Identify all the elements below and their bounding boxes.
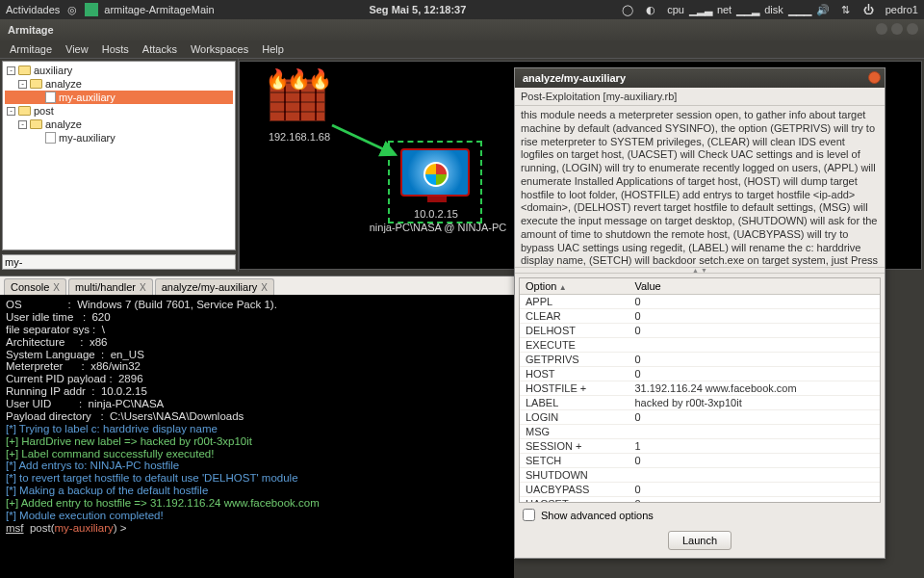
option-value[interactable]: 0 [629,353,880,367]
indicator-icon[interactable]: ◐ [644,3,657,16]
option-row[interactable]: DELHOST0 [520,324,880,338]
app-indicator-icon[interactable]: ◎ [65,3,79,16]
option-name: EXECUTE [520,338,629,353]
armitage-app-icon[interactable] [85,3,98,16]
option-name: LOGIN [520,410,629,425]
activities-button[interactable]: Actividades [6,4,60,15]
show-advanced-checkbox[interactable] [523,509,535,521]
option-value[interactable]: 0 [629,295,880,309]
option-row[interactable]: APPL0 [520,295,880,309]
option-row[interactable]: LOGIN0 [520,410,880,425]
option-row[interactable]: HOST0 [520,367,880,381]
option-value[interactable]: 31.192.116.24 www.facebook.com [629,381,880,396]
tab-close-icon[interactable]: X [140,282,146,293]
dialog-titlebar[interactable]: analyze/my-auxiliary [515,68,885,88]
option-row[interactable]: SHUTDOWN [520,468,880,483]
option-row[interactable]: LABELhacked by r00t-3xp10it [520,396,880,410]
file-icon [45,92,56,103]
tab[interactable]: ConsoleX [4,278,66,295]
option-name: SHUTDOWN [520,468,629,483]
console-output[interactable]: OS : Windows 7 (Build 7601, Service Pack… [0,295,514,578]
window-maximize-button[interactable] [891,23,903,35]
option-name: SETCH [520,454,629,468]
option-value[interactable]: 0 [629,483,880,497]
option-value[interactable] [629,338,880,353]
option-value[interactable]: 0 [629,410,880,425]
option-value[interactable]: 0 [629,454,880,468]
launch-button[interactable]: Launch [668,531,732,550]
cpu-label: cpu [667,4,684,15]
window-close-button[interactable] [907,23,918,35]
window-titlebar[interactable]: Armitage [0,19,924,40]
option-name: LABEL [520,396,629,410]
tree-folder[interactable]: -analyze [5,118,233,131]
option-row[interactable]: SETCH0 [520,454,880,468]
tree-module[interactable]: my-auxiliary [5,91,233,104]
console-line: file separator sys : \ [6,324,508,336]
col-value[interactable]: Value [629,278,880,295]
window-minimize-button[interactable] [876,23,887,35]
option-value[interactable]: hacked by r00t-3xp10it [629,396,880,410]
firewall-host-node[interactable]: 🔥🔥🔥 [259,69,336,125]
option-value[interactable]: 0 [629,367,880,381]
console-prompt[interactable]: msf post(my-auxiliary) > [6,522,508,535]
option-row[interactable]: SESSION +1 [520,439,880,454]
menu-workspaces[interactable]: Workspaces [185,42,254,56]
option-row[interactable]: MSG [520,425,880,439]
menu-attacks[interactable]: Attacks [137,42,183,56]
tab[interactable]: analyze/my-auxiliaryX [155,278,274,295]
svg-line-1 [332,125,390,152]
module-tree[interactable]: -auxiliary-analyzemy-auxiliary-post-anal… [2,61,236,250]
console-line: Architecture : x86 [6,336,508,349]
volume-icon[interactable]: 🔊 [816,3,830,16]
user-menu[interactable]: pedro1 [886,4,918,15]
tab-close-icon[interactable]: X [261,282,268,293]
folder-icon [18,66,31,75]
tree-toggle-icon[interactable]: - [18,120,27,129]
option-row[interactable]: HOSTFILE +31.192.116.24 www.facebook.com [520,381,880,396]
option-value[interactable] [629,425,880,439]
console-line: User idle time : 620 [6,311,508,324]
option-value[interactable]: 1 [629,439,880,454]
tree-folder[interactable]: -auxiliary [5,64,233,77]
menu-hosts[interactable]: Hosts [96,42,135,56]
module-filter-input[interactable] [2,254,236,270]
desktop-topbar: Actividades ◎ armitage-ArmitageMain Seg … [0,0,924,19]
tree-folder[interactable]: -analyze [5,77,233,91]
module-dialog: analyze/my-auxiliary Post-Exploitation [… [514,67,886,559]
option-value[interactable]: 0 [629,324,880,338]
folder-icon [18,106,31,116]
option-row[interactable]: GETPRIVS0 [520,353,880,367]
option-value[interactable]: 0 [629,309,880,324]
tab-close-icon[interactable]: X [53,282,60,293]
dialog-splitter[interactable]: ▲▼ [515,268,885,274]
option-row[interactable]: EXECUTE [520,338,880,353]
tree-label: my-auxiliary [59,92,116,103]
console-line: Current PID payload : 2896 [6,373,508,385]
option-name: DELHOST [520,324,629,338]
menu-armitage[interactable]: Armitage [4,42,58,56]
network-icon[interactable]: ⇅ [839,3,853,16]
option-row[interactable]: CLEAR0 [520,309,880,324]
tree-folder[interactable]: -post [5,104,233,118]
tab-label: analyze/my-auxiliary [162,281,258,293]
clock[interactable]: Seg Mai 5, 12:18:37 [215,4,622,15]
menu-view[interactable]: View [60,42,94,56]
power-icon[interactable]: ⏻ [862,3,876,16]
console-line: OS : Windows 7 (Build 7601, Service Pack… [6,299,508,311]
tree-toggle-icon[interactable]: - [18,80,27,89]
menu-help[interactable]: Help [256,42,290,56]
option-row[interactable]: UACBYPASS0 [520,483,880,497]
options-table[interactable]: Option Value APPL0CLEAR0DELHOST0EXECUTEG… [519,277,881,503]
tree-toggle-icon[interactable]: - [7,66,15,75]
dialog-close-button[interactable] [868,71,881,84]
col-option[interactable]: Option [520,278,629,295]
disk-graph-icon: ▁▁▁ [793,3,807,16]
tree-module[interactable]: my-auxiliary [5,131,233,144]
window-title: Armitage [8,24,54,36]
tree-label: my-auxiliary [59,132,116,144]
a11y-icon[interactable]: ◯ [621,3,634,16]
tab[interactable]: multi/handlerX [68,278,153,295]
option-value[interactable] [629,468,880,483]
tree-toggle-icon[interactable]: - [7,107,15,116]
